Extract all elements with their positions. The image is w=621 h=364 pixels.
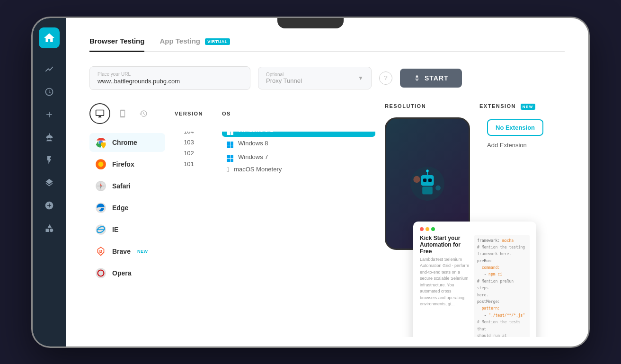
tab-browser-testing[interactable]: Browser Testing — [89, 37, 144, 52]
preview-description: LambdaTest Selenium Automation Grid - pe… — [420, 257, 470, 308]
os-win7[interactable]: Windows 7 — [222, 150, 375, 164]
browser-row-brave[interactable]: B Brave NEW — [89, 240, 375, 262]
desktop-device-btn[interactable] — [89, 103, 110, 124]
proxy-arrow-icon: ▼ — [358, 75, 364, 81]
edge-icon — [94, 201, 107, 214]
history-icon — [139, 109, 148, 118]
brave-badge: NEW — [137, 249, 148, 254]
svg-point-27 — [413, 176, 420, 182]
os-win8[interactable]: Windows 8 — [222, 137, 375, 151]
ie-selector[interactable]: IE — [89, 220, 165, 239]
desktop-icon — [95, 109, 105, 118]
sidebar-logo[interactable] — [39, 27, 60, 48]
edge-selector[interactable]: Edge — [89, 198, 165, 217]
os-macos-monterey[interactable]:  macOS Monetery — [222, 164, 375, 175]
firefox-selector[interactable]: Firefox — [89, 155, 165, 174]
url-label: Place your URL — [98, 71, 242, 77]
svg-point-28 — [435, 185, 441, 190]
sidebar-item-clock[interactable] — [40, 82, 59, 101]
version-102[interactable]: 102 — [165, 148, 213, 159]
preview-title: Kick Start your Automation for Free — [420, 235, 470, 255]
windows-icon-win7 — [227, 152, 233, 162]
svg-text:B: B — [99, 249, 102, 254]
no-extension-button[interactable]: No Extension — [487, 119, 543, 136]
mobile-device-btn[interactable] — [114, 105, 131, 122]
ie-name: IE — [112, 226, 118, 233]
proxy-value: Proxy Tunnel — [266, 77, 302, 84]
clock-icon — [44, 87, 54, 97]
right-panel: RESOLUTION EXTENSION NEW — [385, 103, 565, 337]
mobile-icon — [118, 109, 127, 118]
svg-rect-22 — [423, 178, 426, 182]
config-area: VERSION OS — [89, 103, 565, 337]
sidebar-item-layers[interactable] — [40, 173, 59, 192]
safari-selector[interactable]: Safari — [89, 177, 165, 195]
brave-name: Brave — [112, 248, 131, 255]
main-content: Browser Testing App Testing VIRTUAL Plac… — [66, 18, 588, 346]
browser-row-edge[interactable]: Edge — [89, 197, 375, 219]
svg-point-0 — [417, 77, 418, 79]
safari-name: Safari — [112, 182, 131, 190]
browser-row-ie[interactable]: IE — [89, 219, 375, 240]
apple-icon-monterey:  — [227, 166, 229, 173]
analytics-icon — [44, 64, 54, 74]
add-extension-link[interactable]: Add Extension — [487, 142, 565, 149]
chrome-selector[interactable]: Chrome — [89, 133, 165, 152]
url-area: Place your URL www..battlegrounds.pubg.c… — [89, 66, 565, 90]
sidebar-item-addcircle[interactable] — [40, 196, 59, 215]
browser-row-opera[interactable]: Opera — [89, 262, 375, 283]
os-win81[interactable]: Windows 8.1 — [222, 132, 375, 137]
opera-name: Opera — [112, 269, 131, 277]
brave-icon: B — [94, 245, 107, 258]
history-btn[interactable] — [135, 105, 152, 122]
home-icon — [43, 32, 55, 44]
opera-icon — [94, 266, 107, 280]
tabs-bar: Browser Testing App Testing VIRTUAL — [89, 37, 565, 52]
firefox-icon — [94, 158, 107, 171]
chrome-name: Chrome — [112, 139, 137, 146]
sidebar-item-robot[interactable] — [40, 128, 59, 147]
sidebar-item-shapes[interactable] — [40, 219, 59, 238]
resolution-header: RESOLUTION — [385, 103, 479, 110]
browser-list: Chrome 105 Beta 104 103 102 101 — [89, 132, 375, 283]
left-panel: VERSION OS — [89, 103, 375, 337]
sidebar-item-lightning[interactable] — [40, 151, 59, 169]
right-content: Kick Start your Automation for Free Lamb… — [385, 117, 565, 337]
brave-selector[interactable]: B Brave NEW — [89, 242, 165, 261]
svg-rect-23 — [428, 178, 432, 182]
tab-app-testing[interactable]: App Testing VIRTUAL — [160, 37, 230, 51]
help-icon[interactable]: ? — [379, 71, 392, 85]
proxy-wrap[interactable]: Optional Proxy Tunnel ▼ — [258, 67, 372, 89]
start-button[interactable]: START — [400, 69, 462, 88]
version-header: VERSION — [165, 111, 213, 116]
os-header: OS — [213, 111, 375, 116]
svg-point-4 — [98, 161, 104, 167]
add-icon — [44, 110, 54, 119]
device-frame: Browser Testing App Testing VIRTUAL Plac… — [31, 17, 590, 348]
resolution-col: Kick Start your Automation for Free Lamb… — [385, 117, 479, 337]
windows-icon-win8 — [227, 139, 233, 149]
firefox-name: Firefox — [112, 160, 134, 168]
ie-icon — [94, 223, 107, 236]
svg-rect-21 — [421, 175, 434, 186]
version-103[interactable]: 103 — [165, 137, 213, 148]
browser-row-chrome: Chrome 105 Beta 104 103 102 101 — [89, 132, 375, 153]
robot-illustration — [406, 162, 449, 205]
safari-icon — [94, 179, 107, 193]
sidebar-item-add[interactable] — [40, 105, 59, 124]
version-101[interactable]: 101 — [165, 159, 213, 169]
version-104[interactable]: 104 — [165, 132, 213, 137]
browser-row-safari[interactable]: Safari — [89, 175, 375, 197]
svg-rect-24 — [422, 186, 433, 194]
proxy-label: Optional — [266, 72, 302, 77]
lightning-icon — [44, 155, 54, 165]
opera-selector[interactable]: Opera — [89, 264, 165, 283]
robot-icon — [44, 133, 54, 142]
device-notch — [277, 18, 344, 28]
content-area: Browser Testing App Testing VIRTUAL Plac… — [66, 18, 588, 346]
virtual-badge: VIRTUAL — [205, 38, 230, 45]
windows-icon-win81 — [227, 132, 233, 135]
shapes-icon — [44, 223, 54, 233]
sidebar-item-analytics[interactable] — [40, 60, 59, 79]
url-input-wrap[interactable]: Place your URL www..battlegrounds.pubg.c… — [89, 66, 250, 90]
